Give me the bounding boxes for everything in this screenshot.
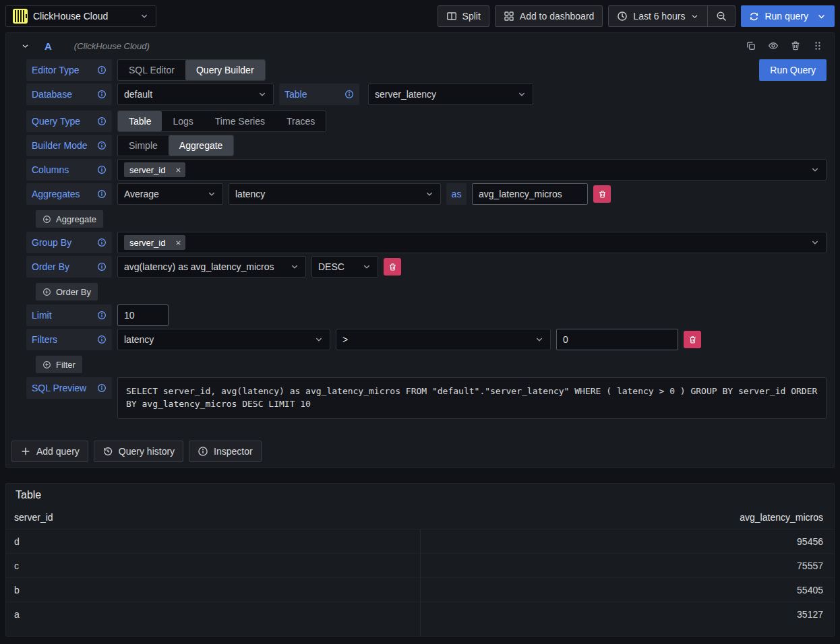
run-query-toolbar-button[interactable]: Run query	[741, 5, 835, 27]
chevron-down-icon	[816, 11, 827, 22]
run-query-button[interactable]: Run Query	[759, 59, 827, 81]
zoom-out-button[interactable]	[707, 5, 736, 27]
explore-toolbar: ClickHouse Cloud Split Add to dashboard …	[0, 0, 840, 32]
results-table-panel: Table server_id avg_latency_micros d 954…	[5, 483, 835, 637]
add-filter-button[interactable]: Filter	[36, 356, 82, 373]
info-icon[interactable]	[97, 65, 107, 75]
split-button[interactable]: Split	[438, 5, 489, 27]
info-icon[interactable]	[97, 141, 107, 150]
datasource-picker[interactable]: ClickHouse Cloud	[5, 5, 156, 27]
button-label: Inspector	[214, 446, 253, 457]
order-by-expression-select[interactable]: avg(latency) as avg_latency_micros	[117, 256, 306, 278]
chevron-down-icon	[517, 90, 527, 99]
drag-handle-icon[interactable]	[812, 40, 823, 51]
clickhouse-logo-icon	[13, 9, 28, 24]
trash-icon[interactable]	[790, 40, 801, 51]
option-simple[interactable]: Simple	[118, 135, 169, 156]
filter-operator-select[interactable]: >	[336, 329, 551, 350]
query-type-label: Query Type	[26, 110, 112, 132]
table-select[interactable]: server_latency	[368, 84, 533, 105]
chevron-down-icon	[425, 189, 434, 199]
column-header-server-id[interactable]: server_id	[14, 512, 419, 523]
inspector-button[interactable]: Inspector	[189, 441, 262, 462]
info-icon[interactable]	[97, 383, 107, 393]
add-order-by-button[interactable]: Order By	[36, 283, 98, 300]
copy-query-icon[interactable]	[746, 40, 756, 51]
database-select[interactable]: default	[117, 84, 274, 105]
columns-row: Columns server_id	[26, 159, 827, 181]
delete-aggregate-button[interactable]	[593, 185, 611, 203]
filter-column-select[interactable]: latency	[117, 329, 330, 350]
column-header-avg-latency[interactable]: avg_latency_micros	[419, 512, 823, 523]
sql-preview-label: SQL Preview	[26, 377, 112, 399]
button-label: Add query	[36, 446, 80, 457]
aggregates-row: Aggregates Average latency as	[26, 183, 827, 205]
label-text: Table	[284, 89, 307, 100]
option-logs[interactable]: Logs	[162, 111, 204, 131]
delete-order-by-button[interactable]	[384, 258, 401, 276]
label-text: SQL Preview	[32, 383, 86, 393]
chevron-down-icon	[810, 165, 820, 174]
info-icon[interactable]	[97, 117, 107, 126]
aggregate-alias-input[interactable]	[472, 183, 588, 205]
add-query-button[interactable]: Add query	[11, 441, 88, 462]
columns-multiselect[interactable]: server_id	[117, 159, 827, 181]
info-icon[interactable]	[97, 165, 107, 174]
close-x-icon[interactable]	[175, 166, 182, 174]
clock-icon	[617, 11, 628, 22]
database-value: default	[124, 89, 152, 100]
apps-grid-icon	[504, 11, 514, 22]
label-text: Filters	[32, 334, 57, 345]
add-to-dashboard-button[interactable]: Add to dashboard	[495, 5, 603, 27]
delete-filter-button[interactable]	[684, 331, 701, 348]
add-aggregate-button[interactable]: Aggregate	[36, 210, 103, 228]
builder-mode-row: Builder Mode Simple Aggregate	[26, 135, 827, 156]
close-x-icon[interactable]	[175, 239, 182, 247]
info-icon[interactable]	[97, 90, 107, 99]
chevron-down-icon	[690, 12, 699, 21]
option-query-builder[interactable]: Query Builder	[185, 60, 265, 80]
filter-value-input[interactable]	[556, 329, 678, 350]
info-icon[interactable]	[344, 90, 354, 99]
cell-avg-latency: 35127	[419, 609, 823, 620]
as-label: as	[446, 183, 467, 205]
builder-mode-label: Builder Mode	[26, 135, 112, 156]
table-value: server_latency	[375, 89, 436, 100]
label-text: Limit	[32, 310, 52, 321]
info-icon[interactable]	[97, 238, 107, 247]
zoom-out-icon	[716, 11, 727, 22]
split-icon	[446, 11, 457, 22]
info-icon[interactable]	[97, 262, 107, 271]
aggregates-label: Aggregates	[26, 183, 112, 205]
limit-input[interactable]	[117, 304, 169, 326]
column-divider	[420, 529, 421, 636]
info-icon[interactable]	[97, 311, 107, 320]
label-text: Order By	[32, 261, 69, 272]
option-time-series[interactable]: Time Series	[204, 111, 276, 131]
explore-footer-buttons: Add query Query history Inspector	[6, 422, 834, 468]
table-header-row: server_id avg_latency_micros	[6, 505, 834, 529]
sql-preview-text: SELECT server_id, avg(latency) as avg_la…	[117, 377, 827, 419]
info-icon[interactable]	[97, 189, 107, 199]
button-label: Aggregate	[56, 214, 96, 224]
collapse-chevron-icon[interactable]	[21, 42, 30, 51]
option-aggregate[interactable]: Aggregate	[169, 135, 234, 156]
time-range-button[interactable]: Last 6 hours	[608, 5, 708, 27]
option-table[interactable]: Table	[118, 111, 162, 131]
order-direction-select[interactable]: DESC	[311, 256, 378, 278]
cell-server-id: c	[14, 560, 419, 571]
chevron-down-icon	[535, 335, 544, 344]
eye-icon[interactable]	[768, 40, 779, 51]
aggregate-function-select[interactable]: Average	[117, 183, 223, 205]
selected-column-chip: server_id	[124, 162, 185, 177]
info-icon[interactable]	[97, 335, 107, 344]
group-by-multiselect[interactable]: server_id	[117, 232, 827, 253]
option-sql-editor[interactable]: SQL Editor	[118, 60, 185, 80]
filter-operator-value: >	[342, 334, 348, 345]
aggregate-column-select[interactable]: latency	[229, 183, 441, 205]
selected-group-by-chip: server_id	[124, 235, 185, 250]
circle-plus-icon	[42, 288, 51, 296]
label-text: Builder Mode	[32, 140, 88, 151]
query-history-button[interactable]: Query history	[94, 441, 183, 462]
option-traces[interactable]: Traces	[276, 111, 326, 131]
